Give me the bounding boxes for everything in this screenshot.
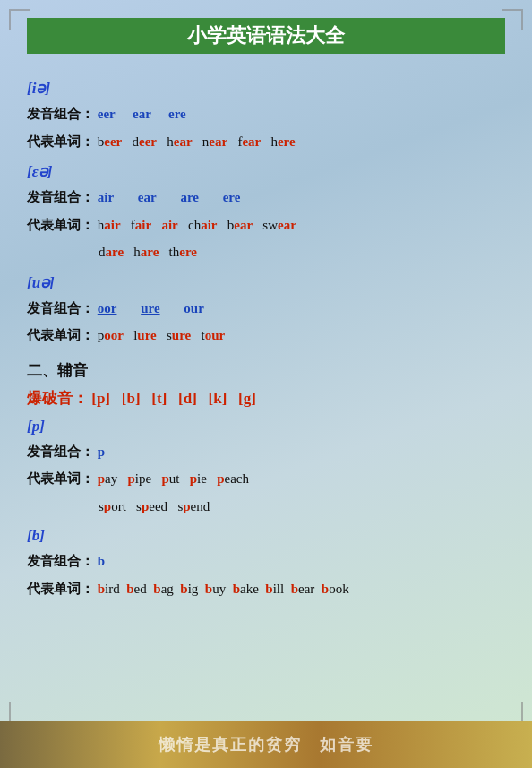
word-b-bill-b: b xyxy=(265,582,272,596)
combo-ere-iə: ere xyxy=(168,107,186,121)
combo-ere-εə: ere xyxy=(223,190,241,204)
word-air2: air xyxy=(135,218,151,232)
word-b-big-rest: ig xyxy=(188,582,199,596)
words-row-p2: sport speed spend xyxy=(99,496,505,519)
word-ere1: ere xyxy=(278,134,296,149)
title-wrapper: 小学英语语法大全 xyxy=(27,18,505,70)
main-title: 小学英语语法大全 xyxy=(27,18,505,54)
word-air1: air xyxy=(104,218,120,232)
words-label-iə: 代表单词： xyxy=(27,134,94,149)
combo-air: air xyxy=(98,190,114,204)
words-row-εə-1: 代表单词： hair fair air chair bear swear xyxy=(27,214,505,237)
word-ure1: ure xyxy=(137,328,156,342)
word-b-bed-b: b xyxy=(126,582,133,596)
word-ear4: ear xyxy=(234,218,253,232)
combo-row-iə: 发音组合： eer ear ere xyxy=(27,103,505,126)
combo-p: p xyxy=(98,444,105,459)
word-p-pay-rest: ay xyxy=(105,471,117,486)
corner-tl xyxy=(9,9,30,30)
words-label-uə: 代表单词： xyxy=(27,328,94,342)
corner-bl xyxy=(9,702,30,723)
combo-label-iə: 发音组合： xyxy=(27,107,94,121)
word-ear5: ear xyxy=(278,218,296,232)
word-p-pie-p: p xyxy=(190,471,197,486)
word-h4: h xyxy=(133,245,141,259)
word-are2: are xyxy=(141,245,159,259)
word-eer1: eer xyxy=(104,134,122,149)
word-ch1: ch xyxy=(188,218,201,232)
word-b-big-b: b xyxy=(180,582,187,596)
word-b-bag-rest: ag xyxy=(161,582,174,596)
word-air4: air xyxy=(201,218,217,232)
word-b-buy-b: b xyxy=(205,582,212,596)
explosive-label: 爆破音： xyxy=(27,390,88,407)
explosive-d: [d] xyxy=(178,390,197,407)
word-ure2: ure xyxy=(172,328,191,342)
explosive-g: [g] xyxy=(238,390,256,407)
phoneme-b: [b] xyxy=(27,527,505,545)
combo-ear-iə: ear xyxy=(133,107,151,121)
combo-are: are xyxy=(180,190,199,204)
word-p-pie-rest: ie xyxy=(197,471,207,486)
combo-our: our xyxy=(184,301,204,315)
word-p-spend-p: p xyxy=(183,499,190,513)
word-ear3: ear xyxy=(242,134,261,149)
words-row-iə: 代表单词： beer deer hear near fear here xyxy=(27,131,505,154)
word-p-sport-rest: ort xyxy=(111,499,126,513)
combo-row-uə: 发音组合： oor ure our xyxy=(27,298,505,321)
word-our1: our xyxy=(205,328,226,342)
word-h2: h xyxy=(270,134,278,149)
combo-label-b: 发音组合： xyxy=(27,554,94,568)
phoneme-iə: [iə] xyxy=(27,79,505,98)
word-p-put-p: p xyxy=(161,471,168,486)
word-are1: are xyxy=(106,245,124,259)
word-air3: air xyxy=(161,218,177,232)
combo-eer: eer xyxy=(98,107,116,121)
page-container: 小学英语语法大全 [iə] 发音组合： eer ear ere 代表单词： be… xyxy=(0,0,532,768)
combo-label-uə: 发音组合： xyxy=(27,301,94,315)
word-b-bird-b: b xyxy=(98,582,105,596)
word-d2: d xyxy=(99,245,106,259)
explosive-p: [p] xyxy=(91,390,110,407)
word-p-spend-rest: end xyxy=(191,499,210,513)
combo-ure: ure xyxy=(141,301,159,315)
word-ere2: ere xyxy=(179,245,197,259)
word-d1: d xyxy=(132,134,139,149)
word-b-book-rest: ook xyxy=(329,582,349,596)
watermark-bar: 懒惰是真正的贫穷 如音要 xyxy=(0,721,532,768)
combo-label-εə: 发音组合： xyxy=(27,190,94,204)
combo-row-b: 发音组合： b xyxy=(27,550,505,574)
phoneme-εə: [εə] xyxy=(27,162,505,181)
word-ear2: ear xyxy=(209,134,227,149)
combo-oor: oor xyxy=(98,301,117,315)
words-label-b: 代表单词： xyxy=(27,582,94,596)
phoneme-p: [p] xyxy=(27,418,505,436)
word-p-speed-rest: eed xyxy=(149,499,167,513)
explosive-k: [k] xyxy=(209,390,227,407)
words-label-εə: 代表单词： xyxy=(27,218,94,232)
corner-br xyxy=(502,702,523,723)
word-th1: th xyxy=(169,245,180,259)
word-eer2: eer xyxy=(139,134,157,149)
explosive-b: [b] xyxy=(122,390,141,407)
combo-row-εə: 发音组合： air ear are ere xyxy=(27,186,505,210)
word-oor1: oor xyxy=(104,328,124,342)
words-row-εə-2: dare hare there xyxy=(99,241,505,264)
word-b-bird-rest: ird xyxy=(105,582,120,596)
word-b-book-b: b xyxy=(322,582,329,596)
combo-label-p: 发音组合： xyxy=(27,444,94,459)
corner-tr xyxy=(502,9,523,30)
words-label-p: 代表单词： xyxy=(27,471,94,486)
words-row-p1: 代表单词： pay pipe put pie peach xyxy=(27,468,505,491)
word-p-pay-p: p xyxy=(98,471,105,486)
combo-row-p: 发音组合： p xyxy=(27,441,505,464)
word-b-bear-rest: ear xyxy=(298,582,314,596)
watermark-text: 懒惰是真正的贫穷 如音要 xyxy=(159,734,373,755)
word-sw1: sw xyxy=(262,218,278,232)
words-row-b1: 代表单词： bird bed bag big buy bake bill bea… xyxy=(27,578,505,601)
words-row-uə: 代表单词： poor lure sure tour xyxy=(27,324,505,348)
word-b-bag-b: b xyxy=(153,582,160,596)
word-ear1: ear xyxy=(174,134,193,149)
explosive-row: 爆破音： [p] [b] [t] [d] [k] [g] xyxy=(27,388,505,409)
word-p-sport-p: p xyxy=(104,499,111,513)
